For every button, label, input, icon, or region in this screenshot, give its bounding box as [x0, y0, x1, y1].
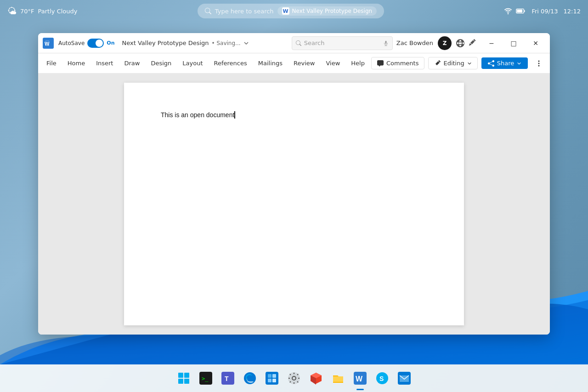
- document-content[interactable]: This is an open document: [161, 110, 427, 120]
- clock-day: Fri 09/13: [531, 8, 558, 15]
- ribbon-right: Comments Editing Share: [371, 56, 546, 71]
- tray-right: Fri 09/13 12:12: [504, 7, 581, 15]
- taskbar-search-bar[interactable]: Type here to search W Next Valley Protot…: [198, 4, 384, 18]
- word-pill-label: Next Valley Prototype Design: [292, 8, 373, 14]
- taskbar-store-button[interactable]: [262, 368, 282, 388]
- svg-rect-2: [524, 10, 525, 12]
- svg-rect-8: [184, 379, 189, 384]
- ribbon-tab-design[interactable]: Design: [146, 57, 176, 69]
- more-icon: [535, 60, 543, 67]
- autosave-group: AutoSave On: [58, 39, 115, 48]
- maximize-button[interactable]: □: [503, 36, 524, 51]
- svg-rect-7: [178, 379, 183, 384]
- taskbar-skype-button[interactable]: S: [372, 368, 392, 388]
- svg-rect-14: [266, 372, 278, 385]
- pen-icon[interactable]: [469, 39, 477, 47]
- share-button[interactable]: Share: [481, 57, 528, 69]
- mail-icon: [398, 372, 411, 385]
- globe-icon[interactable]: [456, 39, 464, 47]
- comments-button[interactable]: Comments: [371, 57, 424, 69]
- ribbon-tab-references[interactable]: References: [209, 57, 252, 69]
- weather-temp: 70°F: [20, 8, 34, 15]
- doc-title: Next Valley Prototype Design: [122, 40, 209, 46]
- store-icon: [266, 372, 278, 385]
- user-name: Zac Bowden: [396, 40, 433, 46]
- svg-rect-6: [184, 373, 189, 378]
- tray-icons: [504, 7, 526, 15]
- taskbar-start-button[interactable]: [174, 368, 194, 388]
- svg-text:W: W: [356, 375, 363, 383]
- terminal-icon: >_: [199, 372, 212, 385]
- document-page[interactable]: This is an open document: [124, 83, 464, 325]
- autosave-state: On: [107, 40, 114, 46]
- taskbar-explorer-button[interactable]: [328, 368, 348, 388]
- ribbon-tab-file[interactable]: File: [42, 57, 61, 69]
- document-text: This is an open document: [161, 111, 234, 119]
- svg-text:W: W: [45, 41, 50, 46]
- taskbar: >_ T: [0, 364, 588, 392]
- close-button[interactable]: ✕: [525, 36, 546, 51]
- user-avatar[interactable]: Z: [438, 36, 452, 50]
- saving-text: • Saving...: [212, 40, 241, 46]
- autosave-label: AutoSave: [58, 40, 85, 46]
- editing-icon: [434, 60, 441, 67]
- taskbar-search-placeholder: Type here to search: [215, 8, 274, 15]
- ribbon-tab-view[interactable]: View: [321, 57, 345, 69]
- svg-rect-1: [517, 10, 523, 12]
- word-window: W AutoSave On Next Valley Prototype Desi…: [38, 33, 550, 335]
- word-logo: W: [42, 37, 55, 50]
- taskbar-teams-button[interactable]: T: [218, 368, 238, 388]
- word-taskbar-icon: W: [354, 372, 367, 385]
- more-options-button[interactable]: [531, 56, 546, 71]
- taskbar-edge-button[interactable]: [240, 368, 260, 388]
- word-mini-logo: W: [282, 7, 289, 15]
- document-area[interactable]: This is an open document: [38, 74, 550, 335]
- taskbar-settings-button[interactable]: [284, 368, 304, 388]
- ribbon-tab-mailings[interactable]: Mailings: [254, 57, 287, 69]
- svg-text:T: T: [225, 375, 229, 382]
- comments-icon: [377, 60, 384, 67]
- taskbar-terminal-button[interactable]: >_: [196, 368, 216, 388]
- search-icon: [205, 8, 211, 14]
- microphone-icon[interactable]: [383, 40, 389, 46]
- ribbon-tab-layout[interactable]: Layout: [178, 57, 207, 69]
- battery-icon: [516, 7, 526, 15]
- ribbon-tab-help[interactable]: Help: [346, 57, 369, 69]
- share-icon: [488, 60, 494, 67]
- svg-rect-16: [272, 374, 276, 378]
- ribbon-tab-review[interactable]: Review: [289, 57, 319, 69]
- taskbar-word-button[interactable]: W: [350, 368, 370, 388]
- weather-condition: Partly Cloudy: [38, 8, 78, 15]
- taskbar-office-button[interactable]: [306, 368, 326, 388]
- weather-icon: 🌤: [7, 6, 17, 17]
- svg-text:S: S: [379, 375, 384, 382]
- editing-chevron-icon: [467, 61, 472, 66]
- text-cursor: [234, 111, 235, 119]
- office-icon: [310, 372, 322, 385]
- word-search-bar[interactable]: Search: [292, 36, 393, 50]
- title-bar: W AutoSave On Next Valley Prototype Desi…: [38, 33, 550, 53]
- ribbon-tab-draw[interactable]: Draw: [119, 57, 144, 69]
- share-label: Share: [497, 60, 514, 67]
- svg-text:>_: >_: [202, 375, 209, 382]
- chevron-down-icon[interactable]: [243, 40, 249, 46]
- windows-logo-icon: [177, 372, 190, 385]
- word-pill: W Next Valley Prototype Design: [277, 6, 377, 16]
- teams-icon: T: [221, 372, 234, 385]
- autosave-toggle[interactable]: [87, 39, 104, 48]
- tray-left: 🌤 70°F Partly Cloudy: [7, 6, 77, 17]
- comments-label: Comments: [386, 60, 418, 67]
- tray-center[interactable]: Type here to search W Next Valley Protot…: [198, 4, 384, 18]
- svg-rect-17: [268, 379, 271, 382]
- minimize-button[interactable]: −: [481, 36, 502, 51]
- taskbar-mail-button[interactable]: [394, 368, 414, 388]
- ribbon-tab-insert[interactable]: Insert: [91, 57, 118, 69]
- editing-button[interactable]: Editing: [428, 57, 477, 69]
- doc-title-area: Next Valley Prototype Design • Saving...: [119, 40, 288, 46]
- ribbon-tab-home[interactable]: Home: [63, 57, 90, 69]
- share-chevron-icon: [517, 61, 521, 66]
- word-search-icon: [296, 40, 301, 46]
- editing-label: Editing: [443, 60, 464, 67]
- svg-rect-18: [272, 379, 276, 382]
- clock-time: 12:12: [564, 8, 581, 15]
